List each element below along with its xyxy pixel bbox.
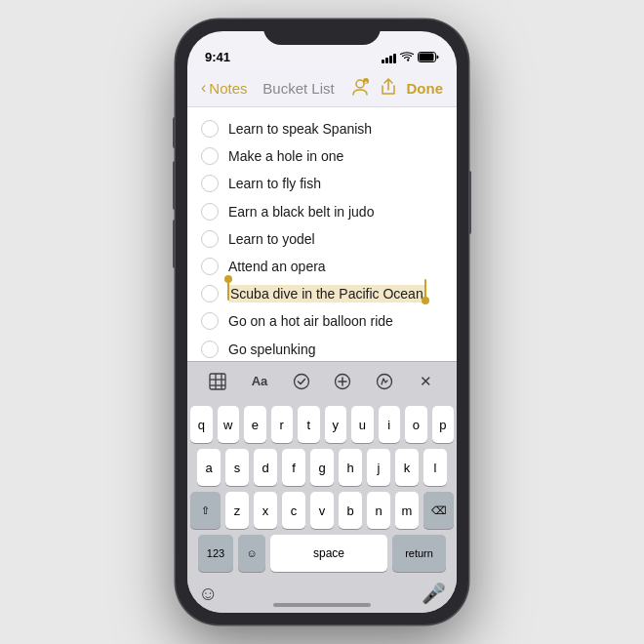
vol-up-button[interactable] bbox=[173, 161, 176, 210]
key-g[interactable]: g bbox=[310, 449, 334, 486]
key-i[interactable]: i bbox=[379, 406, 401, 443]
done-button[interactable]: Done bbox=[406, 80, 443, 97]
wifi-icon bbox=[400, 52, 414, 64]
list-item-text: Go on a hot air balloon ride bbox=[228, 312, 393, 330]
checkbox-circle[interactable] bbox=[201, 147, 219, 165]
svg-text:+: + bbox=[365, 78, 368, 84]
nav-bar: ‹ Notes Bucket List + bbox=[187, 70, 457, 107]
vol-down-button[interactable] bbox=[173, 220, 176, 268]
home-indicator bbox=[273, 603, 371, 607]
key-e[interactable]: e bbox=[244, 406, 266, 443]
keyboard-row-3: ⇧ z x c v b n m ⌫ bbox=[190, 492, 454, 529]
list-item[interactable]: Scuba dive in the Pacific Ocean bbox=[187, 280, 457, 307]
list-item-text: Make a hole in one bbox=[228, 147, 343, 165]
keyboard-row-1: q w e r t y u i o p bbox=[190, 406, 454, 443]
key-return[interactable]: return bbox=[392, 535, 446, 572]
checkbox-circle[interactable] bbox=[201, 175, 219, 192]
list-item[interactable]: Earn a black belt in judo bbox=[187, 198, 457, 225]
font-label: Aa bbox=[252, 374, 268, 388]
list-item[interactable]: Learn to speak Spanish bbox=[187, 115, 457, 142]
close-toolbar-icon[interactable]: ✕ bbox=[411, 366, 442, 397]
back-chevron-icon: ‹ bbox=[201, 79, 206, 97]
list-item-text: Scuba dive in the Pacific Ocean bbox=[228, 285, 425, 302]
formatting-toolbar: Aa ✕ bbox=[187, 361, 457, 400]
key-j[interactable]: j bbox=[367, 449, 390, 486]
key-s[interactable]: s bbox=[225, 449, 249, 486]
checklist-icon[interactable] bbox=[286, 366, 317, 397]
key-c[interactable]: c bbox=[282, 492, 305, 529]
microphone-icon[interactable]: 🎤 bbox=[422, 582, 446, 605]
checkbox-circle[interactable] bbox=[201, 285, 219, 302]
checkbox-circle[interactable] bbox=[201, 312, 219, 330]
key-f[interactable]: f bbox=[282, 449, 305, 486]
notch bbox=[263, 20, 381, 45]
list-item-text: Go spelunking bbox=[228, 341, 316, 358]
nav-title: Bucket List bbox=[262, 80, 334, 97]
back-button[interactable]: ‹ Notes bbox=[201, 80, 248, 97]
key-w[interactable]: w bbox=[218, 406, 240, 443]
key-d[interactable]: d bbox=[254, 449, 277, 486]
keyboard-row-4: 123 ☺ space return bbox=[190, 535, 454, 572]
key-t[interactable]: t bbox=[298, 406, 320, 443]
key-p[interactable]: p bbox=[432, 406, 455, 443]
key-r[interactable]: r bbox=[271, 406, 294, 443]
keyboard-row-2: a s d f g h j k l bbox=[190, 449, 454, 486]
share-icon[interactable] bbox=[381, 78, 396, 100]
key-m[interactable]: m bbox=[395, 492, 419, 529]
list-item[interactable]: Make a hole in one bbox=[187, 142, 457, 170]
table-icon[interactable] bbox=[202, 366, 233, 397]
checkbox-circle[interactable] bbox=[201, 230, 219, 248]
svg-point-10 bbox=[294, 374, 308, 388]
list-item-text: Attend an opera bbox=[228, 258, 326, 275]
signal-icon bbox=[382, 54, 396, 63]
key-x[interactable]: x bbox=[254, 492, 277, 529]
key-a[interactable]: a bbox=[197, 449, 221, 486]
key-n[interactable]: n bbox=[367, 492, 390, 529]
battery-icon bbox=[418, 52, 439, 64]
emoji-icon[interactable]: ☺ bbox=[198, 583, 218, 605]
checklist: Learn to speak SpanishMake a hole in one… bbox=[187, 107, 457, 361]
key-numbers[interactable]: 123 bbox=[198, 535, 233, 572]
status-icons bbox=[382, 52, 439, 66]
back-label: Notes bbox=[209, 80, 247, 97]
key-v[interactable]: v bbox=[310, 492, 334, 529]
svg-point-2 bbox=[356, 80, 364, 88]
list-item-text: Learn to speak Spanish bbox=[228, 120, 372, 138]
key-z[interactable]: z bbox=[225, 492, 249, 529]
checkbox-circle[interactable] bbox=[201, 203, 219, 221]
key-emoji[interactable]: ☺ bbox=[238, 535, 265, 572]
content-area: Learn to speak SpanishMake a hole in one… bbox=[187, 107, 457, 361]
key-o[interactable]: o bbox=[405, 406, 427, 443]
nav-actions: + Done bbox=[349, 76, 443, 101]
keyboard[interactable]: q w e r t y u i o p a s d f g h j k l bbox=[187, 400, 457, 613]
key-q[interactable]: q bbox=[190, 406, 213, 443]
key-y[interactable]: y bbox=[325, 406, 347, 443]
svg-rect-1 bbox=[420, 54, 434, 61]
key-b[interactable]: b bbox=[339, 492, 362, 529]
key-shift[interactable]: ⇧ bbox=[190, 492, 221, 529]
list-item-text: Earn a black belt in judo bbox=[228, 203, 374, 221]
add-icon[interactable] bbox=[327, 366, 358, 397]
key-delete[interactable]: ⌫ bbox=[423, 492, 454, 529]
key-space[interactable]: space bbox=[270, 535, 387, 572]
key-u[interactable]: u bbox=[351, 406, 374, 443]
key-h[interactable]: h bbox=[339, 449, 362, 486]
key-k[interactable]: k bbox=[395, 449, 419, 486]
key-l[interactable]: l bbox=[423, 449, 447, 486]
power-button[interactable] bbox=[468, 171, 471, 234]
phone-screen: 9:41 bbox=[187, 31, 457, 613]
checkbox-circle[interactable] bbox=[201, 120, 219, 138]
font-icon[interactable]: Aa bbox=[244, 366, 275, 397]
markup-icon[interactable] bbox=[369, 366, 400, 397]
collaborator-icon[interactable]: + bbox=[349, 76, 371, 101]
checkbox-circle[interactable] bbox=[201, 258, 219, 275]
list-item[interactable]: Go on a hot air balloon ride bbox=[187, 307, 457, 335]
checkbox-circle[interactable] bbox=[201, 341, 219, 358]
list-item[interactable]: Learn to yodel bbox=[187, 225, 457, 253]
status-time: 9:41 bbox=[205, 50, 230, 66]
close-label: ✕ bbox=[420, 373, 432, 390]
list-item[interactable]: Learn to fly fish bbox=[187, 170, 457, 197]
list-item[interactable]: Go spelunking bbox=[187, 336, 457, 362]
phone-frame: 9:41 bbox=[176, 20, 468, 624]
list-item-text: Learn to yodel bbox=[228, 230, 315, 248]
